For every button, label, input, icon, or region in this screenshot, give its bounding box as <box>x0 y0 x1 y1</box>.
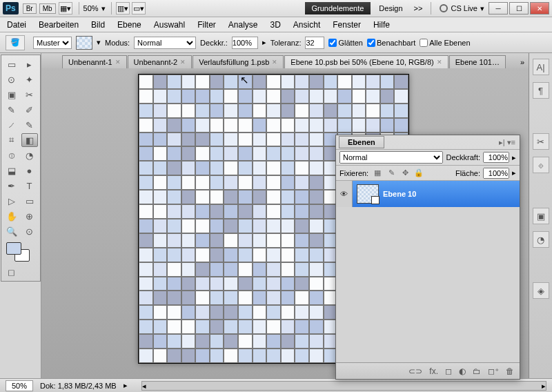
brush-panel-icon[interactable]: ✂ <box>533 133 549 150</box>
tab-verlaufsfuellung[interactable]: Verlaufsfüllung 1.psb✕ <box>193 55 284 68</box>
tool-13[interactable]: ◔ <box>21 148 38 162</box>
menu-ebene[interactable]: Ebene <box>117 20 141 30</box>
layer-fill-input[interactable] <box>483 168 509 179</box>
tool-1[interactable]: ▸ <box>21 57 38 71</box>
menu-fenster[interactable]: Fenster <box>333 20 361 30</box>
minimize-button[interactable]: ─ <box>489 2 508 14</box>
tool-18[interactable]: ▷ <box>3 194 20 208</box>
layer-mask-icon[interactable]: ◻ <box>445 366 452 376</box>
zoom-level[interactable]: 50% <box>83 4 99 12</box>
tab-unbenannt-1[interactable]: Unbenannt-1✕ <box>62 55 127 68</box>
tool-14[interactable]: ⬓ <box>3 164 20 177</box>
bridge-button[interactable]: Br <box>23 3 37 14</box>
layer-row[interactable]: 👁 Ebene 10 <box>336 181 520 207</box>
panel-menu-icon[interactable]: ▸| ▾≡ <box>495 138 520 147</box>
tool-5[interactable]: ✂ <box>21 88 38 101</box>
clone-panel-icon[interactable]: ⟐ <box>533 157 549 173</box>
tool-16[interactable]: ✒ <box>3 179 20 193</box>
pattern-swatch[interactable] <box>76 36 92 50</box>
tool-9[interactable]: ✎ <box>21 118 38 132</box>
tool-20[interactable]: ✋ <box>3 209 20 223</box>
layer-thumbnail[interactable] <box>357 184 379 204</box>
tool-15[interactable]: ● <box>21 164 38 177</box>
menu-3d[interactable]: 3D <box>270 20 281 30</box>
menu-ansicht[interactable]: Ansicht <box>293 20 320 30</box>
close-icon[interactable]: ✕ <box>115 59 121 66</box>
tool-12[interactable]: ⦶ <box>3 148 20 162</box>
maximize-button[interactable]: ☐ <box>509 2 529 14</box>
all-layers-checkbox[interactable]: Alle Ebenen <box>420 39 470 47</box>
view-extras-icon[interactable]: ▦▾ <box>59 2 72 14</box>
layer-blend-select[interactable]: Normal <box>339 151 443 164</box>
lock-image-icon[interactable]: ✎ <box>386 168 396 178</box>
menu-hilfe[interactable]: Hilfe <box>373 20 390 30</box>
tool-17[interactable]: T <box>21 179 38 193</box>
tabs-overflow[interactable]: » <box>516 56 529 68</box>
tolerance-input[interactable] <box>305 37 324 49</box>
tool-8[interactable]: ⟋ <box>3 118 20 132</box>
layer-list[interactable]: 👁 Ebene 10 <box>336 181 520 362</box>
status-doc-size[interactable]: Dok: 1,83 MB/2,43 MB <box>40 382 117 390</box>
history-panel-icon[interactable]: ◔ <box>533 231 549 248</box>
contiguous-checkbox[interactable]: Benachbart <box>367 39 415 47</box>
tool-23[interactable]: ⊙ <box>21 224 38 238</box>
screen-mode-icon[interactable]: ▭▾ <box>132 2 146 14</box>
current-tool-icon[interactable]: 🪣 <box>6 35 25 50</box>
adjustment-layer-icon[interactable]: ◐ <box>459 366 466 376</box>
tool-21[interactable]: ⊕ <box>21 209 38 223</box>
tab-unbenannt-2[interactable]: Unbenannt-2✕ <box>128 55 193 68</box>
visibility-icon[interactable]: 👁 <box>336 181 353 207</box>
layers-tab[interactable]: Ebenen <box>339 136 384 148</box>
horizontal-scrollbar[interactable]: ◂▸ <box>141 381 546 391</box>
new-layer-icon[interactable]: ◻⁺ <box>488 366 499 376</box>
menu-bild[interactable]: Bild <box>91 20 105 30</box>
tool-11[interactable]: ◧ <box>21 133 38 147</box>
workspace-design[interactable]: Design <box>372 2 409 14</box>
menu-auswahl[interactable]: Auswahl <box>154 20 185 30</box>
lock-position-icon[interactable]: ✥ <box>400 168 410 178</box>
foreground-background-swatch[interactable] <box>3 239 20 264</box>
close-button[interactable]: ✕ <box>530 2 549 14</box>
character-panel-icon[interactable]: A| <box>533 59 549 75</box>
tool-0[interactable]: ▭ <box>3 57 20 71</box>
lock-all-icon[interactable]: 🔒 <box>414 168 424 178</box>
minibridge-button[interactable]: Mb <box>39 3 56 14</box>
tool-6[interactable]: ✎ <box>3 103 20 117</box>
workspace-grundelemente[interactable]: Grundelemente <box>305 2 371 14</box>
cslive-button[interactable]: CS Live ▾ <box>440 4 484 13</box>
layers-panel-icon[interactable]: ◈ <box>533 282 549 299</box>
tool-10[interactable]: ⌗ <box>3 133 20 147</box>
opacity-input[interactable] <box>232 37 258 49</box>
status-zoom[interactable]: 50% <box>6 380 33 391</box>
menu-datei[interactable]: Datei <box>7 20 26 30</box>
arrange-icon[interactable]: ▥▾ <box>116 2 130 14</box>
tool-2[interactable]: ⊙ <box>3 72 20 86</box>
close-icon[interactable]: ✕ <box>180 59 186 66</box>
close-icon[interactable]: ✕ <box>437 59 442 66</box>
menu-bearbeiten[interactable]: Bearbeiten <box>39 20 79 30</box>
workspace-more[interactable]: >> <box>410 2 427 14</box>
tool-22[interactable]: 🔍 <box>3 224 20 238</box>
tool-3[interactable]: ✦ <box>21 72 38 86</box>
tool-4[interactable]: ▣ <box>3 88 20 101</box>
close-icon[interactable]: ✕ <box>272 59 277 66</box>
paragraph-panel-icon[interactable]: ¶ <box>533 82 549 99</box>
blend-mode-select[interactable]: Normal <box>134 37 196 49</box>
tool-19[interactable]: ▭ <box>21 194 38 208</box>
delete-layer-icon[interactable]: 🗑 <box>506 366 514 376</box>
menu-filter[interactable]: Filter <box>197 20 216 30</box>
layer-name[interactable]: Ebene 10 <box>383 190 416 198</box>
layer-fx-icon[interactable]: fx. <box>429 366 438 376</box>
lock-transparency-icon[interactable]: ▦ <box>373 168 382 178</box>
fill-type-select[interactable]: Muster <box>33 37 72 49</box>
quickmask-icon[interactable]: ◻ <box>3 265 20 279</box>
navigator-panel-icon[interactable]: ▣ <box>533 208 549 224</box>
tab-ebene101[interactable]: Ebene 101… <box>449 55 506 68</box>
tool-7[interactable]: ✐ <box>21 103 38 117</box>
link-layers-icon[interactable]: ⊂⊃ <box>408 366 422 376</box>
antialias-checkbox[interactable]: Glätten <box>328 39 362 47</box>
tab-ebene10[interactable]: Ebene 10.psb bei 50% (Ebene 10, RGB/8)✕ <box>284 55 448 68</box>
menu-analyse[interactable]: Analyse <box>228 20 258 30</box>
layer-opacity-input[interactable] <box>483 152 509 163</box>
new-group-icon[interactable]: 🗀 <box>473 366 481 376</box>
